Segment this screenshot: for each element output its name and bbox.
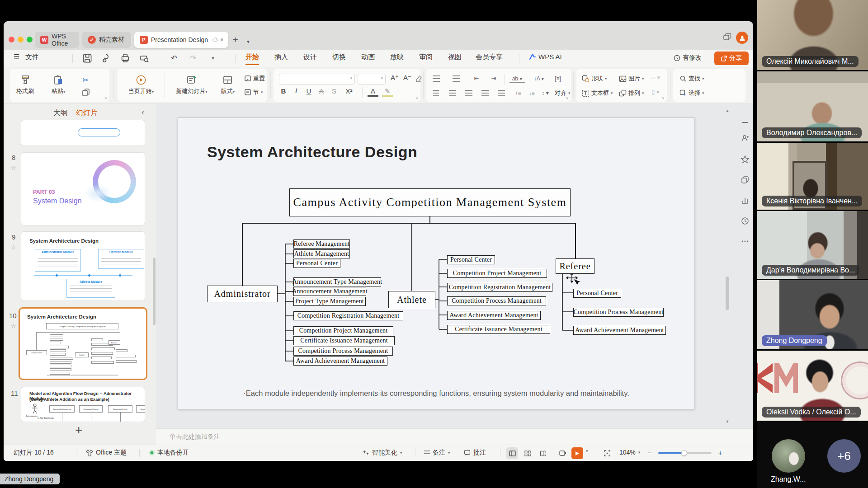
dialog-launcher-icon[interactable]: ↘ — [415, 95, 418, 100]
slideshow-setup-button[interactable] — [557, 447, 569, 459]
print-preview-icon[interactable] — [139, 53, 149, 63]
notes-toggle[interactable]: 备注▾ — [424, 449, 450, 457]
font-color-button[interactable]: A — [368, 87, 378, 97]
text-direction-icon[interactable]: [≡] — [551, 75, 565, 83]
ribbon-tab-view[interactable]: 视图 — [448, 53, 462, 61]
video-tile[interactable]: Олексій Миколайович М... — [757, 0, 868, 70]
diagram-box[interactable]: Project Type Management — [293, 297, 366, 306]
new-tab-button[interactable]: + — [233, 34, 238, 46]
find-button[interactable]: 查找▾ — [679, 75, 704, 83]
shapes-button[interactable]: 形状▾ — [582, 75, 607, 83]
more-participants-badge[interactable]: +6 — [827, 439, 861, 473]
highlight-color-button[interactable]: ✎ — [382, 87, 393, 97]
ribbon-tab-home[interactable]: 开始 — [245, 53, 259, 61]
undo-icon[interactable]: ↶ — [169, 53, 179, 63]
play-slideshow-button[interactable] — [571, 447, 583, 459]
fullscreen-window-button[interactable] — [27, 37, 33, 42]
diagram-box[interactable]: Certificate Issuance Management — [293, 336, 395, 345]
section-button[interactable]: 节▾ — [244, 88, 263, 96]
slide-thumbnail-8[interactable]: PART 03 System Design — [21, 153, 145, 225]
paste-button[interactable]: 粘贴▾ — [52, 75, 66, 95]
ribbon-tab-insert[interactable]: 插入 — [274, 53, 288, 61]
video-tile[interactable]: Oleksii Vodka / Олексій О... — [757, 351, 868, 421]
align-center-icon[interactable] — [449, 90, 456, 96]
dialog-launcher-icon[interactable]: ↘ — [565, 95, 569, 100]
new-slide-button[interactable]: 新建幻灯片▾ — [171, 75, 212, 95]
beautify-button[interactable]: 智能美化▾ — [363, 449, 402, 457]
diagram-box[interactable]: Competition Process Management — [293, 347, 393, 356]
underline-button[interactable]: U — [303, 87, 314, 95]
fit-slide-button[interactable] — [601, 447, 613, 459]
layout-button[interactable]: 版式▾ — [216, 75, 240, 95]
justify-icon[interactable] — [481, 90, 489, 96]
star-icon[interactable]: ☆ — [11, 164, 16, 171]
tab-list-chevron[interactable]: ▾ — [247, 36, 250, 47]
video-tile[interactable]: Zhang.W... +6 — [757, 422, 868, 488]
text-sort-icon[interactable]: ↓A ▾ — [531, 75, 547, 83]
clock-icon[interactable] — [741, 216, 750, 225]
slide-thumbnail-11[interactable]: Model and Algorithm Flow Design -- Admin… — [21, 387, 145, 422]
video-tile[interactable]: Zhong Dongpeng — [757, 280, 868, 349]
ribbon-tab-slideshow[interactable]: 放映 — [390, 53, 404, 61]
superscript-button[interactable]: X² — [341, 87, 357, 95]
ribbon-tab-review[interactable]: 审阅 — [419, 53, 433, 61]
diagram-box[interactable]: Personal Center — [573, 289, 621, 298]
ribbon-tab-member[interactable]: 会员专享 — [476, 53, 503, 61]
scrollbar-thumb[interactable] — [726, 277, 729, 310]
sorter-view-button[interactable] — [522, 447, 533, 459]
diagram-box[interactable]: Competition Project Management — [447, 269, 547, 278]
collapse-icon[interactable] — [741, 118, 750, 127]
diagram-box[interactable]: Competition Process Management — [447, 296, 546, 305]
decrease-font-button[interactable]: A⁻ — [402, 74, 413, 82]
diagram-box[interactable]: Personal Center — [293, 259, 340, 268]
slide-thumbnail-9[interactable]: System Architecture Design Administrator… — [21, 232, 145, 300]
clear-format-icon[interactable] — [415, 75, 423, 83]
star-icon[interactable]: ☆ — [11, 323, 16, 329]
play-options-chevron[interactable]: ▾ — [586, 449, 588, 453]
distribute-icon[interactable] — [498, 90, 505, 96]
slide-thumbnail-7[interactable] — [21, 120, 145, 145]
profile-icon[interactable] — [741, 134, 750, 143]
tab-outline[interactable]: 大纲 — [53, 108, 68, 118]
dialog-launcher-icon[interactable]: ↘ — [661, 95, 665, 100]
diagram-box[interactable]: Certificate Issuance Management — [447, 325, 550, 334]
dialog-launcher-icon[interactable]: ↘ — [104, 95, 107, 100]
scroll-down-arrow[interactable]: ▼ — [725, 419, 730, 424]
strikethrough-button[interactable]: A — [316, 87, 327, 95]
diagram-box[interactable]: Competition Registration Management — [293, 311, 403, 320]
diagram-box[interactable]: Award Achievement Management — [293, 357, 387, 366]
character-spacing-icon[interactable]: ab ▾ — [509, 75, 525, 83]
quickbar-chevron[interactable]: ▾ — [208, 53, 218, 63]
bold-button[interactable]: B — [278, 87, 289, 95]
reading-view-button[interactable] — [537, 447, 549, 459]
scroll-up-arrow[interactable]: ▲ — [725, 108, 730, 113]
notes-bar[interactable]: 单击此处添加备注 — [156, 428, 753, 445]
zoom-level[interactable]: 104%▾ — [619, 449, 640, 456]
tab-wps-office[interactable]: W WPS Office — [35, 32, 79, 48]
line-spacing-up-icon[interactable]: ↑≡ — [513, 89, 523, 97]
file-menu[interactable]: 文件 — [25, 53, 39, 61]
tab-slides[interactable]: 幻灯片 — [76, 108, 98, 118]
add-slide-button[interactable]: + — [75, 423, 82, 437]
diagram-box[interactable]: Competition Project Management — [293, 326, 393, 335]
font-size-select[interactable] — [358, 74, 386, 84]
diagram-box[interactable]: Award Achievement Management — [447, 311, 541, 320]
reset-button[interactable]: 重置 — [244, 75, 265, 83]
play-from-current-button[interactable]: 当页开始▾ — [124, 75, 158, 95]
italic-button[interactable]: I — [291, 87, 302, 95]
video-tile[interactable]: Ксенія Вікторівна Іванчен... — [757, 143, 868, 210]
ribbon-tab-design[interactable]: 设计 — [303, 53, 317, 61]
chart-icon[interactable] — [741, 196, 750, 205]
backup-indicator[interactable]: 本地备份开 — [149, 449, 189, 457]
diagram-box[interactable]: Referee Management — [293, 239, 350, 249]
diagram-root-box[interactable]: Campus Activity Competition Management S… — [289, 188, 571, 216]
align-left-icon[interactable] — [433, 90, 439, 96]
line-spacing-down-icon[interactable]: ↓≡ — [527, 89, 537, 97]
zoom-out-button[interactable]: − — [647, 449, 652, 458]
copies-icon[interactable] — [741, 175, 750, 184]
diagram-box[interactable]: Competition Process Management — [573, 308, 664, 317]
copy-icon[interactable] — [81, 88, 90, 97]
format-painter-button[interactable]: 格式刷 — [16, 75, 34, 95]
theme-indicator[interactable]: Office 主题 — [86, 449, 127, 457]
arrange-button[interactable]: 排列▾ — [619, 89, 644, 97]
